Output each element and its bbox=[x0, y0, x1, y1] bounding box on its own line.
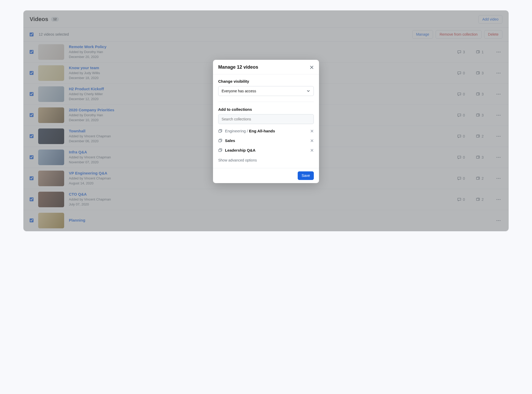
svg-rect-40 bbox=[219, 140, 221, 142]
chevron-down-icon bbox=[306, 89, 310, 93]
add-to-collections-label: Add to collections bbox=[218, 107, 314, 112]
visibility-value: Everyone has access bbox=[222, 89, 256, 93]
close-icon bbox=[310, 129, 314, 133]
visibility-label: Change visibility bbox=[218, 79, 314, 83]
close-icon bbox=[310, 65, 314, 69]
collection-icon bbox=[218, 129, 222, 133]
close-icon bbox=[310, 139, 314, 143]
show-advanced-link[interactable]: Show advanced options bbox=[218, 155, 314, 167]
modal-title: Manage 12 videos bbox=[218, 64, 258, 70]
modal-close-button[interactable] bbox=[310, 65, 314, 69]
manage-modal: Manage 12 videos Change visibility Every… bbox=[213, 60, 319, 183]
remove-collection-button[interactable] bbox=[310, 148, 314, 152]
collection-label: Leadership Q&A bbox=[225, 148, 308, 152]
collection-row: Engineering / Eng All-hands bbox=[218, 126, 314, 136]
remove-collection-button[interactable] bbox=[310, 129, 314, 133]
svg-rect-43 bbox=[219, 149, 221, 152]
svg-rect-37 bbox=[219, 130, 221, 132]
main-card: Videos 12 Add video 12 videos selected M… bbox=[23, 10, 509, 231]
remove-collection-button[interactable] bbox=[310, 139, 314, 143]
collection-icon bbox=[218, 148, 222, 152]
collection-label: Engineering / Eng All-hands bbox=[225, 129, 308, 133]
collection-row: Leadership Q&A bbox=[218, 145, 314, 155]
search-collections-input[interactable] bbox=[218, 114, 314, 124]
visibility-select[interactable]: Everyone has access bbox=[218, 86, 314, 96]
collection-list: Engineering / Eng All-handsSalesLeadersh… bbox=[218, 126, 314, 155]
save-button[interactable]: Save bbox=[298, 171, 314, 180]
close-icon bbox=[310, 148, 314, 152]
collection-row: Sales bbox=[218, 136, 314, 145]
collection-label: Sales bbox=[225, 138, 308, 143]
collection-icon bbox=[218, 139, 222, 143]
